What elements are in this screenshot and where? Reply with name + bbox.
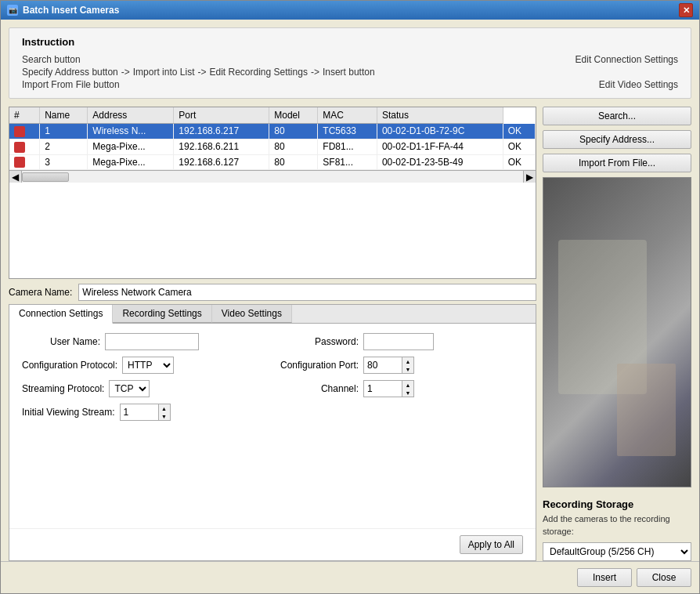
instruction-insert-btn: Insert button (323, 67, 375, 78)
config-protocol-label: Configuration Protocol: (22, 360, 117, 371)
title-bar: 📷 Batch Insert Cameras ✕ (1, 1, 699, 20)
search-button[interactable]: Search... (543, 107, 691, 125)
col-mac: MAC (318, 107, 377, 124)
channel-spinner: ▲ ▼ (363, 380, 414, 397)
tab-recording-settings[interactable]: Recording Settings (113, 305, 211, 323)
form-row-channel: Channel: ▲ ▼ (280, 380, 523, 397)
scroll-thumb[interactable] (22, 172, 69, 182)
config-port-input[interactable] (363, 357, 402, 374)
instruction-arrow2: -> (197, 67, 206, 78)
cell-mac: 00-02-D1-1F-FA-44 (377, 139, 503, 154)
form-row-streaming-protocol: Streaming Protocol: TCP UDP (22, 380, 265, 397)
initial-viewing-label: Initial Viewing Stream: (22, 407, 115, 418)
instruction-box: Instruction Search button Edit Connectio… (9, 27, 691, 99)
close-button-bottom[interactable]: Close (637, 568, 691, 587)
connection-form-grid: User Name: Configuration Protocol: HTTP … (22, 333, 523, 427)
table-row[interactable]: 2Mega-Pixe...192.168.6.21180FD81...00-02… (9, 139, 536, 154)
instruction-rows: Search button Edit Connection Settings S… (22, 54, 678, 90)
cell-mac: 00-02-D1-23-5B-49 (377, 154, 503, 170)
cell-name: Mega-Pixe... (88, 154, 174, 170)
import-from-file-button[interactable]: Import From File... (543, 154, 691, 172)
channel-input[interactable] (363, 380, 402, 397)
instruction-import-file: Import From File button (22, 79, 120, 90)
instruction-row-2: Specify Address button -> Import into Li… (22, 67, 678, 78)
col-model: Model (269, 107, 318, 124)
col-name: Name (40, 107, 88, 124)
channel-up[interactable]: ▲ (402, 381, 413, 389)
initial-viewing-spinner: ▲ ▼ (120, 404, 171, 421)
camera-name-input[interactable] (78, 284, 536, 301)
streaming-protocol-select[interactable]: TCP UDP (109, 380, 150, 397)
password-label: Password: (280, 336, 359, 347)
cell-num: 3 (40, 154, 88, 170)
insert-button[interactable]: Insert (577, 568, 632, 587)
right-panel: Search... Specify Address... Import From… (543, 107, 691, 561)
streaming-protocol-label: Streaming Protocol: (22, 383, 104, 394)
col-address: Address (88, 107, 174, 124)
cell-mac: 00-02-D1-0B-72-9C (377, 124, 503, 139)
preview-image (543, 178, 691, 487)
horizontal-scrollbar[interactable]: ◀ ▶ (9, 170, 536, 183)
form-row-username: User Name: (22, 333, 265, 350)
instruction-edit-video: Edit Video Settings (599, 79, 678, 90)
camera-row-icon (14, 126, 25, 137)
instruction-search: Search button (22, 54, 81, 65)
config-port-down[interactable]: ▼ (402, 365, 413, 373)
specify-address-button[interactable]: Specify Address... (543, 130, 691, 149)
table-row[interactable]: 3Mega-Pixe...192.168.6.12780SF81...00-02… (9, 154, 536, 170)
cell-status: OK (503, 124, 535, 139)
col-status: Status (377, 107, 503, 124)
col-port: Port (174, 107, 269, 124)
channel-down[interactable]: ▼ (402, 389, 413, 397)
bottom-buttons: Insert Close (1, 561, 699, 593)
main-split: # Name Address Port Model MAC Status 1Wi… (1, 107, 699, 561)
tab-content-connection: User Name: Configuration Protocol: HTTP … (9, 324, 536, 528)
password-input[interactable] (363, 333, 434, 350)
initial-viewing-down[interactable]: ▼ (159, 412, 170, 420)
title-bar-left: 📷 Batch Insert Cameras (7, 5, 119, 16)
instruction-row-3: Import From File button Edit Video Setti… (22, 79, 678, 90)
config-protocol-select[interactable]: HTTP HTTPS (122, 357, 174, 374)
config-port-arrows: ▲ ▼ (402, 357, 414, 374)
cell-model: FD81... (318, 139, 377, 154)
recording-storage-desc: Add the cameras to the recording storage… (543, 513, 691, 538)
tab-connection-settings[interactable]: Connection Settings (9, 305, 113, 324)
table-row[interactable]: 1Wireless N...192.168.6.21780TC563300-02… (9, 124, 536, 139)
recording-storage-select[interactable]: DefaultGroup (5/256 CH) (543, 542, 691, 561)
cell-status: OK (503, 139, 535, 154)
col-num: # (9, 107, 40, 124)
tab-video-settings[interactable]: Video Settings (212, 305, 292, 323)
camera-table: # Name Address Port Model MAC Status 1Wi… (9, 107, 536, 170)
instruction-row-1: Search button Edit Connection Settings (22, 54, 678, 65)
cell-address: 192.168.6.211 (174, 139, 269, 154)
form-col-left: User Name: Configuration Protocol: HTTP … (22, 333, 265, 427)
form-row-password: Password: (280, 333, 523, 350)
recording-storage-title: Recording Storage (543, 498, 691, 510)
tabs-bar: Connection Settings Recording Settings V… (9, 305, 536, 324)
form-row-config-protocol: Configuration Protocol: HTTP HTTPS (22, 357, 265, 374)
scroll-right-btn[interactable]: ▶ (523, 171, 536, 183)
channel-label: Channel: (280, 383, 359, 394)
apply-row: Apply to All (9, 528, 536, 560)
apply-to-all-button[interactable]: Apply to All (460, 535, 523, 554)
cell-port: 80 (269, 124, 318, 139)
initial-viewing-up[interactable]: ▲ (159, 404, 170, 412)
content-area: Instruction Search button Edit Connectio… (1, 20, 699, 593)
scroll-left-btn[interactable]: ◀ (9, 171, 22, 183)
instruction-arrow3: -> (311, 67, 319, 78)
cell-port: 80 (269, 139, 318, 154)
row-icon-cell (9, 124, 40, 139)
initial-viewing-input[interactable] (120, 404, 159, 421)
cell-name: Mega-Pixe... (88, 139, 174, 154)
batch-insert-cameras-window: 📷 Batch Insert Cameras ✕ Instruction Sea… (0, 0, 700, 594)
camera-table-container[interactable]: # Name Address Port Model MAC Status 1Wi… (9, 107, 536, 279)
username-input[interactable] (105, 333, 199, 350)
config-port-up[interactable]: ▲ (402, 357, 413, 365)
tabs-container: Connection Settings Recording Settings V… (9, 304, 536, 561)
scroll-track (22, 171, 523, 183)
instruction-arrow1: -> (121, 67, 130, 78)
instruction-edit-conn: Edit Connection Settings (576, 54, 678, 65)
camera-name-label: Camera Name: (9, 287, 72, 298)
close-button[interactable]: ✕ (679, 3, 693, 17)
camera-preview (543, 177, 691, 487)
